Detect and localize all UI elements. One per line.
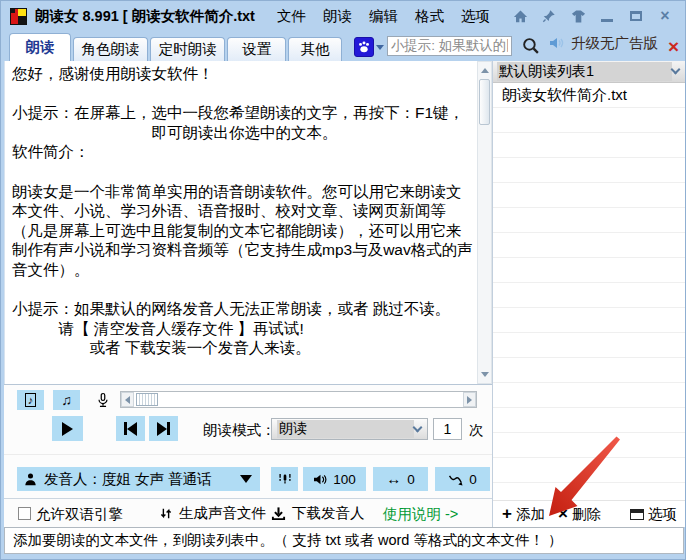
slider-thumb[interactable] <box>136 393 158 406</box>
speed-button[interactable]: ↔ 0 <box>373 467 428 491</box>
sound-icon[interactable] <box>549 36 565 54</box>
slider-left-icon[interactable] <box>121 392 134 407</box>
status-text: 添加要朗读的文本文件，到朗读列表中。（ 支持 txt 或者 word 等格式的文… <box>5 531 562 550</box>
microphone-icon <box>96 392 110 409</box>
pin-icon[interactable] <box>541 8 557 24</box>
help-link[interactable]: 使用说明 -> <box>383 505 458 524</box>
text-editor[interactable]: 您好，感谢使用朗读女软件！ 小提示：在屏幕上，选中一段您希望朗读的文字，再按下：… <box>4 61 477 384</box>
upgrade-no-ads-link[interactable]: 升级无广告版 <box>571 34 658 53</box>
window-title: 朗读女 8.991 [ 朗读女软件简介.txt <box>35 7 255 26</box>
voice-select[interactable]: 发音人：度姐 女声 普通话 <box>17 467 260 491</box>
scroll-up-icon[interactable] <box>478 63 491 78</box>
search-icon[interactable] <box>520 34 541 56</box>
add-file-button[interactable]: + 添加 <box>502 505 545 524</box>
delete-x-icon: × <box>558 507 568 521</box>
minimize-button[interactable] <box>599 8 615 24</box>
play-icon <box>62 422 73 436</box>
voice-dropdown-icon <box>240 475 252 483</box>
menu-options[interactable]: 选项 <box>461 7 490 26</box>
bilingual-checkbox[interactable] <box>18 507 31 520</box>
speed-arrows-icon: ↔ <box>386 472 401 486</box>
boxed-note-icon: ♪ <box>25 393 37 407</box>
menu-read[interactable]: 朗读 <box>323 7 352 26</box>
editor-text: 您好，感谢使用朗读女软件！ 小提示：在屏幕上，选中一段您希望朗读的文字，再按下：… <box>5 61 477 358</box>
speaker-icon <box>313 473 328 486</box>
search-engine-dropdown-icon[interactable] <box>376 45 384 50</box>
voice-test-button[interactable] <box>271 467 298 491</box>
next-bar-icon <box>167 422 170 435</box>
delete-file-button[interactable]: × 删除 <box>558 505 601 524</box>
upgrade-close-icon[interactable]: × <box>668 39 679 55</box>
playlist-selector-value: 默认朗读列表1 <box>497 62 672 81</box>
generate-audio-button[interactable]: 生成声音文件 <box>159 504 266 523</box>
slider-right-icon[interactable] <box>463 392 476 407</box>
generate-audio-label: 生成声音文件 <box>179 504 266 523</box>
app-window: 朗读女 8.991 [ 朗读女软件简介.txt 文件 朗读 编辑 格式 选项 ×… <box>0 0 686 560</box>
playlist-options-button[interactable]: 选项 <box>630 505 677 524</box>
progress-slider[interactable] <box>120 391 477 408</box>
home-icon[interactable] <box>512 8 528 24</box>
repeat-suffix-label: 次 <box>469 421 484 440</box>
playlist-selector[interactable]: 默认朗读列表1 <box>493 61 685 83</box>
pitch-button[interactable]: 0 <box>435 467 490 491</box>
tab-settings[interactable]: 设置 <box>227 37 286 61</box>
titlebar-buttons: × <box>512 8 673 24</box>
theme-skin-icon[interactable] <box>570 8 586 24</box>
menu-format[interactable]: 格式 <box>415 7 444 26</box>
close-button[interactable]: × <box>657 8 673 24</box>
music-note-button[interactable]: ♫ <box>53 390 80 410</box>
person-icon <box>23 472 38 487</box>
voice-value: 发音人：度姐 女声 普通话 <box>44 470 234 489</box>
mic-waves-icon <box>277 471 293 487</box>
menu-file[interactable]: 文件 <box>277 7 306 26</box>
generate-cycle-icon <box>159 506 173 521</box>
repeat-count-input[interactable] <box>433 418 462 440</box>
next-button[interactable] <box>149 416 178 441</box>
tab-other[interactable]: 其他 <box>288 37 342 61</box>
tab-role-read[interactable]: 角色朗读 <box>73 37 148 61</box>
footer-options: 允许双语引擎 生成声音文件 下载发音人 使用说明 -> <box>4 498 492 527</box>
options-window-icon <box>630 509 644 520</box>
tab-timed-read[interactable]: 定时朗读 <box>150 37 225 61</box>
pitch-curve-icon <box>448 473 464 486</box>
app-logo-icon <box>10 8 27 25</box>
tab-toolbar: 朗读 角色朗读 定时朗读 设置 其他 升级无广告版 × <box>1 31 686 61</box>
microphone-button[interactable] <box>89 390 116 410</box>
search-input[interactable] <box>387 36 512 56</box>
chevron-down-icon <box>671 65 681 75</box>
playback-controls: ♪ ♫ 朗读模式： 朗读 次 <box>4 384 492 498</box>
chevron-down-icon <box>413 422 423 432</box>
status-bar: 添加要朗读的文本文件，到朗读列表中。（ 支持 txt 或者 word 等格式的文… <box>4 527 684 554</box>
volume-button[interactable]: 100 <box>303 467 366 491</box>
read-mode-label: 朗读模式： <box>203 421 276 440</box>
play-button[interactable] <box>52 416 83 441</box>
previous-button[interactable] <box>116 416 145 441</box>
read-mode-select[interactable]: 朗读 <box>271 418 428 440</box>
read-mode-value: 朗读 <box>277 420 414 438</box>
next-triangle-icon <box>157 422 167 436</box>
plus-icon: + <box>502 507 512 521</box>
download-icon <box>271 506 286 521</box>
playlist-panel: 默认朗读列表1 朗读女软件简介.txt + 添加 × 删除 选项 <box>492 61 684 527</box>
maximize-button[interactable] <box>628 8 644 24</box>
search-engine-icon[interactable] <box>354 37 373 57</box>
tab-read[interactable]: 朗读 <box>9 33 71 61</box>
background-music-button[interactable]: ♪ <box>17 390 44 410</box>
playlist-options-label: 选项 <box>648 505 677 524</box>
menu-edit[interactable]: 编辑 <box>369 7 398 26</box>
download-voice-label: 下载发音人 <box>292 504 365 523</box>
download-voice-button[interactable]: 下载发音人 <box>271 504 365 523</box>
bilingual-label: 允许双语引擎 <box>36 505 123 524</box>
menubar: 文件 朗读 编辑 格式 选项 <box>277 7 490 26</box>
playlist-list[interactable]: 朗读女软件简介.txt <box>493 83 685 500</box>
speed-value: 0 <box>407 472 415 487</box>
scrollbar-thumb[interactable] <box>479 79 490 125</box>
scroll-down-icon[interactable] <box>478 367 491 382</box>
editor-vertical-scrollbar[interactable] <box>477 61 492 384</box>
music-note-icon: ♫ <box>61 392 72 408</box>
playlist-item[interactable]: 朗读女软件简介.txt <box>493 83 685 107</box>
volume-value: 100 <box>333 472 356 487</box>
playlist-buttons: + 添加 × 删除 选项 <box>493 500 685 527</box>
titlebar: 朗读女 8.991 [ 朗读女软件简介.txt 文件 朗读 编辑 格式 选项 × <box>1 1 686 31</box>
delete-file-label: 删除 <box>572 505 601 524</box>
